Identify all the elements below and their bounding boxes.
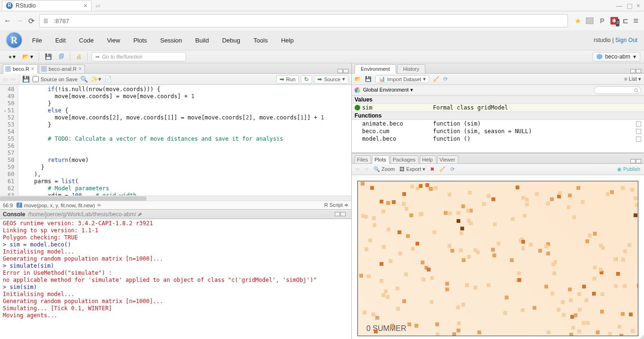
refresh-plot-icon[interactable]: ⟳: [450, 166, 455, 172]
goto-file-input[interactable]: ➡ Go to file/function: [92, 52, 186, 61]
rstudio-logo: R: [6, 32, 23, 49]
env-row[interactable]: beco.cumfunction (sim, season = NULL): [352, 127, 644, 135]
pane-layout-icon[interactable]: [630, 69, 641, 73]
print-button[interactable]: 🖨: [74, 52, 84, 61]
editor-hscrollbar[interactable]: [0, 195, 351, 201]
close-tab-icon[interactable]: ×: [31, 66, 34, 72]
sign-out-link[interactable]: Sign Out: [615, 37, 637, 43]
menu-build[interactable]: Build: [195, 37, 209, 44]
save-ws-icon[interactable]: 💾: [365, 76, 372, 82]
refresh-icon[interactable]: ⟳: [443, 76, 448, 82]
menu-file[interactable]: File: [32, 37, 42, 44]
source-button[interactable]: ➡Source ▾: [314, 75, 348, 84]
maximize-icon[interactable]: ▢: [627, 2, 633, 9]
chevron-icon[interactable]: ≑: [97, 202, 101, 208]
back-icon[interactable]: ←: [4, 17, 11, 25]
env-tab-environment[interactable]: Environment: [355, 64, 396, 74]
find-icon[interactable]: 🔍: [80, 76, 88, 83]
list-view-toggle[interactable]: ≡ List ▾: [624, 76, 641, 82]
source-tab-active[interactable]: beco.R ×: [3, 64, 38, 74]
tab-packages[interactable]: Packages: [390, 155, 419, 164]
tab-files[interactable]: Files: [355, 155, 371, 164]
project-selector[interactable]: beco-abm ▾: [593, 52, 640, 61]
load-ws-icon[interactable]: 📂: [355, 76, 361, 82]
back-nav-icon[interactable]: ⇦: [3, 76, 8, 83]
console-title: Console: [3, 211, 25, 218]
menu-tools[interactable]: Tools: [254, 37, 268, 44]
save-all-button[interactable]: 🗐: [57, 52, 66, 61]
bookmark-star-icon[interactable]: ★: [575, 17, 581, 25]
console-path: /home/joeroe/g/Work/Lab/thesis/beco-abm/: [28, 211, 136, 218]
plot-next-icon[interactable]: ⇨: [364, 166, 369, 172]
wand-icon[interactable]: ✨▾: [91, 76, 102, 83]
close-tab-icon[interactable]: ×: [78, 66, 82, 72]
env-row[interactable]: simFormal class gridModel: [352, 104, 644, 111]
new-tab-button[interactable]: ▱: [93, 2, 102, 9]
close-tab-icon[interactable]: ×: [84, 2, 87, 9]
extension-p-icon[interactable]: P: [598, 17, 606, 25]
url-bar[interactable]: 🗎: [39, 14, 568, 27]
forward-icon[interactable]: →: [16, 17, 24, 25]
rfile-icon: [5, 66, 11, 72]
save-button[interactable]: 💾: [43, 52, 54, 61]
wd-popup-icon[interactable]: ⬈: [137, 211, 142, 218]
lang-indicator[interactable]: R Script: [324, 202, 343, 208]
source-tab[interactable]: beco-anal.R ×: [39, 64, 85, 74]
menu-plots[interactable]: Plots: [133, 37, 147, 44]
export-button[interactable]: 🖼 Export ▾: [399, 166, 425, 172]
resize-handle-icon[interactable]: [636, 334, 644, 339]
environment-pane: Environment History 📂 💾 📊 Import Dataset…: [352, 63, 644, 153]
clear-ws-icon[interactable]: 🧹: [433, 76, 440, 82]
save-icon[interactable]: 💾: [22, 76, 30, 83]
page-icon: 🗎: [42, 17, 49, 25]
extension-icon[interactable]: [586, 17, 593, 24]
env-search-input[interactable]: [594, 86, 641, 94]
url-input[interactable]: [54, 17, 565, 25]
import-dataset-button[interactable]: 📊 Import Dataset ▾: [375, 75, 429, 83]
new-file-button[interactable]: ●▾: [7, 52, 17, 61]
browser-tab-title: RStudio: [16, 2, 36, 9]
browser-tab[interactable]: R RStudio ×: [2, 0, 92, 11]
tab-viewer[interactable]: Viewer: [437, 155, 458, 164]
console-output[interactable]: GEOS runtime version: 3.4.2-CAPI-1.8.2 r…: [0, 219, 351, 339]
menu-view[interactable]: View: [107, 37, 120, 44]
plot-area[interactable]: 0 SUMMER: [352, 175, 644, 339]
reload-icon[interactable]: ⟳: [28, 17, 34, 25]
open-file-button[interactable]: 📂▾: [20, 52, 35, 61]
source-toolbar: ⇦ ⇨ 💾 Source on Save 🔍 ✨▾ 📄 ➡Run ↻ ➡Sour…: [0, 74, 351, 85]
menu-session[interactable]: Session: [160, 37, 182, 44]
tab-plots[interactable]: Plots: [372, 155, 389, 164]
minimize-icon[interactable]: —: [616, 2, 623, 9]
forward-nav-icon[interactable]: ⇨: [11, 76, 16, 83]
publish-button[interactable]: ◉ Publish: [617, 166, 640, 172]
env-row[interactable]: animate.becofunction (sim): [352, 120, 644, 127]
pane-layout-icon[interactable]: [338, 69, 348, 73]
menu-edit[interactable]: Edit: [55, 37, 66, 44]
rerun-button[interactable]: ↻: [301, 75, 312, 84]
menu-help[interactable]: Help: [281, 37, 294, 44]
project-icon: [597, 54, 602, 59]
report-icon[interactable]: 📄: [104, 76, 112, 83]
env-scope-selector[interactable]: Global Environment ▾: [363, 87, 413, 93]
tab-help[interactable]: Help: [420, 155, 436, 164]
clear-plots-icon[interactable]: 🧹: [439, 166, 446, 172]
rfile-icon: [41, 66, 47, 72]
pane-layout-icon[interactable]: [335, 212, 346, 216]
run-button[interactable]: ➡Run: [276, 75, 299, 84]
env-row[interactable]: model.becofunction (): [352, 135, 644, 143]
zoom-button[interactable]: 🔍 Zoom: [373, 166, 395, 172]
fn-context[interactable]: move(pop, x, y, fit.now, fit.new): [24, 203, 95, 208]
pane-layout-icon[interactable]: [630, 159, 641, 163]
extension-bracket-icon[interactable]: ⊏: [623, 17, 628, 25]
remove-plot-icon[interactable]: ✖: [430, 166, 434, 172]
chrome-menu-icon[interactable]: ≡: [633, 16, 638, 26]
close-window-icon[interactable]: ×: [636, 2, 640, 9]
code-editor[interactable]: 484950▾51525354555657585960616263 if(!is…: [0, 85, 351, 195]
extension-lastpass-icon[interactable]: ✱2: [610, 17, 618, 25]
menu-debug[interactable]: Debug: [222, 37, 240, 44]
menu-code[interactable]: Code: [79, 37, 93, 44]
env-tab-history[interactable]: History: [397, 64, 425, 74]
plot-prev-icon[interactable]: ⇦: [356, 166, 360, 172]
source-on-save[interactable]: Source on Save: [33, 76, 77, 82]
scope-icon: [355, 87, 360, 93]
